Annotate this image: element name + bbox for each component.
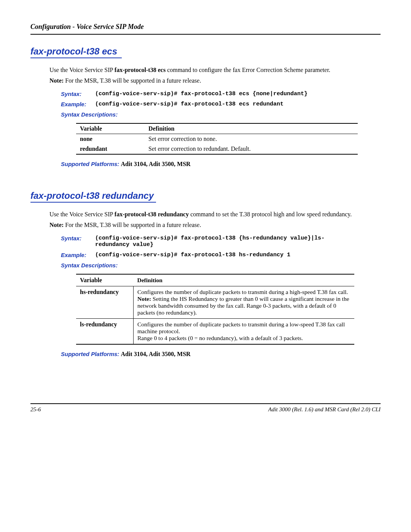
section1-underline (30, 58, 122, 58)
section1-title: fax-protocol-t38 ecs (30, 46, 381, 57)
def-bold: Note: (137, 296, 151, 302)
table-head-var: Variable (76, 274, 134, 286)
section1-supported: Supported Platforms: Adit 3104, Adit 350… (61, 161, 381, 168)
footer-left: 25-6 (30, 406, 41, 413)
table-head-def: Definition (145, 123, 358, 134)
section2-table: Variable Definition hs-redundancy Config… (76, 274, 354, 345)
def-cell: Set error correction to none. (145, 134, 358, 144)
table-row: none Set error correction to none. (76, 134, 358, 144)
table-head-def: Definition (134, 274, 355, 286)
table-row: hs-redundancy Configures the number of d… (76, 286, 354, 318)
def-pre: Configures the number of duplicate packe… (137, 289, 348, 295)
syntax-label: Syntax: (61, 235, 95, 241)
footer: 25-6 Adit 3000 (Rel. 1.6) and MSR Card (… (30, 406, 381, 413)
var-cell: redundant (76, 144, 145, 154)
section1-intro-post: command to configure the fax Error Corre… (166, 67, 330, 73)
section2-underline (30, 202, 156, 203)
supported-label: Supported Platforms: (61, 351, 121, 357)
table-row: ls-redundancy Configures the number of d… (76, 318, 354, 344)
supported-text: Adit 3104, Adit 3500, MSR (121, 161, 191, 167)
footer-right: Adit 3000 (Rel. 1.6) and MSR Card (Rel 2… (268, 406, 381, 413)
section2-note-label: Note: (49, 222, 64, 228)
section1-intro: Use the Voice Service SIP fax-protocol-t… (49, 66, 381, 74)
section1-note: Note: For the MSR, T.38 will be supporte… (49, 77, 381, 85)
section1-intro-pre: Use the Voice Service SIP (49, 67, 115, 73)
section2-example-row: Example: (config-voice-serv-sip)# fax-pr… (61, 252, 381, 258)
table-head-var: Variable (76, 123, 145, 134)
example-label: Example: (61, 101, 95, 107)
section2-syntax-desc: Syntax Descriptions: (61, 262, 381, 268)
section1-table: Variable Definition none Set error corre… (76, 123, 358, 155)
supported-text: Adit 3104, Adit 3500, MSR (121, 351, 191, 357)
supported-label: Supported Platforms: (61, 161, 121, 167)
section1-note-text: For the MSR, T.38 will be supported in a… (64, 77, 201, 84)
example-label: Example: (61, 252, 95, 258)
example-text: (config-voice-serv-sip)# fax-protocol-t3… (95, 252, 290, 258)
section2-intro: Use the Voice Service SIP fax-protocol-t… (49, 210, 381, 219)
section2-intro-pre: Use the Voice Service SIP (49, 211, 115, 217)
page-header-title: Configuration - Voice Service SIP Mode (30, 23, 381, 31)
section1-note-label: Note: (49, 77, 64, 84)
syntax-label: Syntax: (61, 91, 95, 97)
syntax-text: (config-voice-serv-sip)# fax-protocol-t3… (95, 91, 307, 97)
def-post: Setting the HS Redundancy to greater tha… (137, 296, 349, 316)
def-cell: Configures the number of duplicate packe… (134, 286, 355, 318)
table-row: redundant Set error correction to redund… (76, 144, 358, 154)
var-cell: none (76, 134, 145, 144)
var-cell: hs-redundancy (76, 286, 134, 318)
var-cell: ls-redundancy (76, 318, 134, 344)
section2-intro-post: command to set the T.38 protocol high an… (189, 211, 352, 217)
section2-note-text: For the MSR, T.38 will be supported in a… (64, 222, 201, 228)
section2-syntax-row: Syntax: (config-voice-serv-sip)# fax-pro… (61, 235, 381, 248)
section1-syntax-row: Syntax: (config-voice-serv-sip)# fax-pro… (61, 91, 381, 97)
section1-example-row: Example: (config-voice-serv-sip)# fax-pr… (61, 101, 381, 107)
def-cell: Set error correction to redundant. Defau… (145, 144, 358, 154)
section2-supported: Supported Platforms: Adit 3104, Adit 350… (61, 351, 381, 358)
example-text: (config-voice-serv-sip)# fax-protocol-t3… (95, 101, 284, 107)
section2-title: fax-protocol-t38 redundancy (30, 190, 381, 201)
header-rule (30, 34, 381, 35)
def-cell: Configures the number of duplicate packe… (134, 318, 355, 344)
section2-note: Note: For the MSR, T.38 will be supporte… (49, 221, 381, 229)
syntax-text: (config-voice-serv-sip)# fax-protocol-t3… (95, 235, 331, 248)
section2-intro-cmd: fax-protocol-t38 redundancy (115, 211, 189, 217)
section1-syntax-desc: Syntax Descriptions: (61, 111, 381, 118)
section1-intro-cmd: fax-protocol-t38 ecs (115, 67, 166, 73)
footer-rule (30, 403, 381, 404)
